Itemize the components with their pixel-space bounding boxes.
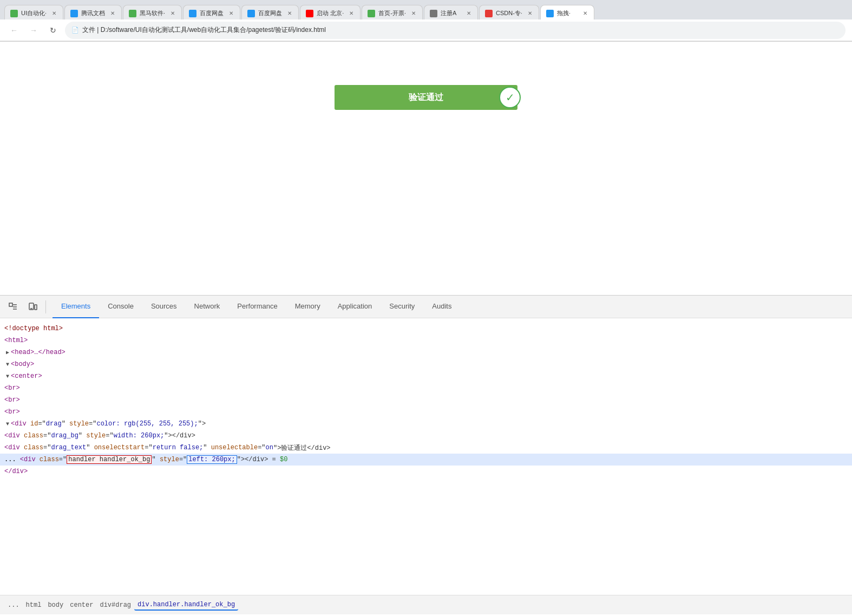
breadcrumb-item-div-handler-handler-ok-bg[interactable]: div.handler.handler_ok_bg bbox=[134, 600, 238, 611]
breadcrumb-more[interactable]: ... bbox=[4, 600, 23, 610]
dom-line[interactable]: <br> bbox=[0, 394, 852, 406]
devtools-tab-application[interactable]: Application bbox=[329, 296, 381, 318]
dom-line[interactable]: ▼<body> bbox=[0, 358, 852, 370]
browser-tab-3[interactable]: 黑马软件· ✕ bbox=[123, 5, 182, 19]
devtools-panel: ElementsConsoleSourcesNetworkPerformance… bbox=[0, 295, 852, 614]
devtools-breadcrumb: ...htmlbodycenterdiv#dragdiv.handler.han… bbox=[0, 595, 852, 614]
breadcrumb-item-html[interactable]: html bbox=[23, 600, 45, 610]
verify-text: 验证通过 bbox=[409, 92, 443, 103]
browser-tab-5[interactable]: 百度网盘 ✕ bbox=[241, 5, 299, 19]
tab-close[interactable]: ✕ bbox=[464, 9, 473, 18]
tab-favicon bbox=[306, 10, 313, 17]
devtools-tabs: ElementsConsoleSourcesNetworkPerformance… bbox=[53, 296, 460, 318]
toolbar-divider bbox=[45, 300, 46, 313]
tab-close[interactable]: ✕ bbox=[526, 9, 534, 18]
devtools-tab-sources[interactable]: Sources bbox=[142, 296, 186, 318]
tab-label: 百度网盘 bbox=[258, 9, 282, 17]
devtools-tab-security[interactable]: Security bbox=[381, 296, 423, 318]
tab-favicon bbox=[430, 10, 437, 17]
devtools-tab-console[interactable]: Console bbox=[99, 296, 142, 318]
dom-line[interactable]: </div> bbox=[0, 466, 852, 477]
tab-label: 启动 北京· bbox=[317, 9, 344, 17]
tab-label: 百度网盘 bbox=[200, 9, 224, 17]
tab-label: 拖拽· bbox=[557, 9, 578, 17]
forward-button[interactable]: → bbox=[26, 23, 41, 38]
browser-tab-1[interactable]: UI自动化· ✕ bbox=[4, 5, 63, 19]
devtools-tab-performance[interactable]: Performance bbox=[228, 296, 286, 318]
tab-label: UI自动化· bbox=[21, 9, 47, 17]
tab-close[interactable]: ✕ bbox=[168, 9, 177, 18]
check-icon: ✓ bbox=[506, 91, 515, 104]
tab-favicon bbox=[546, 10, 554, 17]
dom-line[interactable]: <br> bbox=[0, 406, 852, 418]
tab-close[interactable]: ✕ bbox=[347, 9, 356, 18]
url-bar[interactable]: 📄 文件 | D:/software/UI自动化测试工具/web自动化工具集合/… bbox=[65, 22, 846, 39]
dom-line[interactable]: <html> bbox=[0, 335, 852, 346]
browser-tab-4[interactable]: 百度网盘 ✕ bbox=[183, 5, 240, 19]
tab-favicon bbox=[70, 10, 78, 17]
dom-line[interactable]: ▼<center> bbox=[0, 370, 852, 382]
devtools-dom-content: <!doctype html><html> ▶<head>…</head> ▼<… bbox=[0, 318, 852, 595]
tab-favicon bbox=[129, 10, 136, 17]
reload-button[interactable]: ↻ bbox=[45, 23, 61, 38]
url-text: 文件 | D:/software/UI自动化测试工具/web自动化工具集合/pa… bbox=[82, 25, 839, 35]
file-icon: 📄 bbox=[71, 27, 79, 34]
tab-close[interactable]: ✕ bbox=[227, 9, 235, 18]
tab-close[interactable]: ✕ bbox=[108, 9, 117, 18]
tab-favicon bbox=[189, 10, 196, 17]
devtools-tab-audits[interactable]: Audits bbox=[423, 296, 460, 318]
tab-label: 注册A bbox=[441, 9, 461, 17]
address-bar: ← → ↻ 📄 文件 | D:/software/UI自动化测试工具/web自动… bbox=[0, 19, 852, 41]
dom-line[interactable]: <!doctype html> bbox=[0, 323, 852, 335]
browser-tab-10[interactable]: 拖拽· ✕ bbox=[540, 5, 594, 19]
browser-chrome: UI自动化· ✕ 腾讯文档 ✕ 黑马软件· ✕ 百度网盘 ✕ 百度网盘 ✕ 启动… bbox=[0, 0, 852, 42]
tab-favicon bbox=[10, 10, 18, 17]
verify-handle[interactable]: ✓ bbox=[499, 87, 521, 108]
dom-line[interactable]: <div class="drag_text" onselectstart="re… bbox=[0, 442, 852, 454]
breadcrumb-item-center[interactable]: center bbox=[67, 600, 96, 610]
devtools-tab-network[interactable]: Network bbox=[186, 296, 229, 318]
page-content: 验证通过 ✓ bbox=[0, 42, 852, 295]
dom-line[interactable]: <br> bbox=[0, 382, 852, 394]
verify-container: 验证通过 ✓ bbox=[335, 85, 517, 110]
devtools-tab-memory[interactable]: Memory bbox=[286, 296, 329, 318]
dom-line[interactable]: ... <div class="handler handler_ok_bg" s… bbox=[0, 454, 852, 466]
element-picker-button[interactable] bbox=[4, 298, 22, 316]
browser-tab-8[interactable]: 注册A ✕ bbox=[424, 5, 478, 19]
tab-label: 黑马软件· bbox=[140, 9, 165, 17]
devtools-toolbar: ElementsConsoleSourcesNetworkPerformance… bbox=[0, 296, 852, 318]
tab-favicon bbox=[247, 10, 255, 17]
browser-tab-2[interactable]: 腾讯文档 ✕ bbox=[64, 5, 122, 19]
back-button[interactable]: ← bbox=[6, 23, 22, 38]
device-toggle-button[interactable] bbox=[24, 298, 41, 316]
svg-rect-5 bbox=[35, 305, 37, 310]
tab-favicon bbox=[485, 10, 493, 17]
tab-close[interactable]: ✕ bbox=[50, 9, 58, 18]
tab-close[interactable]: ✕ bbox=[409, 9, 418, 18]
browser-tab-7[interactable]: 首页-开票· ✕ bbox=[362, 5, 423, 19]
tab-bar: UI自动化· ✕ 腾讯文档 ✕ 黑马软件· ✕ 百度网盘 ✕ 百度网盘 ✕ 启动… bbox=[0, 0, 852, 19]
breadcrumb-item-body[interactable]: body bbox=[44, 600, 67, 610]
dom-line[interactable]: ▼<div id="drag" style="color: rgb(255, 2… bbox=[0, 418, 852, 430]
devtools-tab-elements[interactable]: Elements bbox=[53, 296, 99, 318]
breadcrumb-item-div-drag[interactable]: div#drag bbox=[96, 600, 134, 610]
tab-close[interactable]: ✕ bbox=[285, 9, 294, 18]
verify-button[interactable]: 验证通过 bbox=[335, 85, 517, 110]
tab-close[interactable]: ✕ bbox=[581, 9, 589, 18]
tab-favicon bbox=[368, 10, 375, 17]
svg-rect-0 bbox=[9, 303, 12, 306]
dom-line[interactable]: ▶<head>…</head> bbox=[0, 346, 852, 358]
tab-label: CSDN-专· bbox=[496, 9, 522, 17]
browser-tab-9[interactable]: CSDN-专· ✕ bbox=[479, 5, 539, 19]
dom-line[interactable]: <div class="drag_bg" style="width: 260px… bbox=[0, 430, 852, 442]
browser-tab-6[interactable]: 启动 北京· ✕ bbox=[300, 5, 361, 19]
tab-label: 腾讯文档 bbox=[81, 9, 105, 17]
tab-label: 首页-开票· bbox=[378, 9, 406, 17]
